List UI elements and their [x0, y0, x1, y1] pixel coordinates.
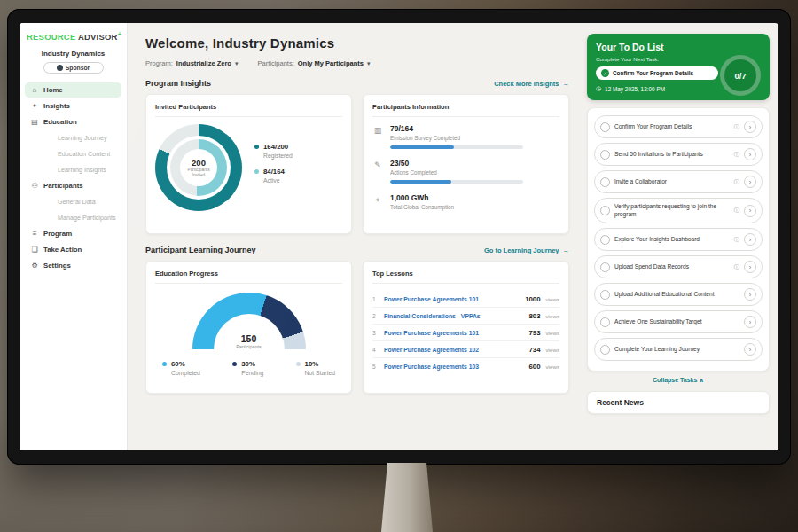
program-insights-title: Program Insights	[145, 79, 211, 88]
legend-label: Not Started	[305, 370, 335, 376]
progress-bar-fill	[390, 145, 454, 149]
sidebar-item[interactable]: General Data	[25, 194, 121, 209]
check-more-insights-link[interactable]: Check More Insights →	[494, 80, 569, 88]
nav-item-icon: ⌂	[30, 86, 39, 94]
info-icon: ⓘ	[734, 178, 740, 186]
task-checkbox[interactable]	[600, 177, 610, 187]
task-row[interactable]: Upload Additional Educational Content ⓘ …	[594, 283, 763, 306]
task-checkbox[interactable]	[600, 206, 610, 215]
task-label: Send 50 Invitations to Participants	[614, 151, 730, 159]
task-row[interactable]: Upload Spend Data Records ⓘ ›	[594, 255, 763, 278]
task-row[interactable]: Send 50 Invitations to Participants ⓘ ›	[594, 143, 763, 166]
lesson-rank: 3	[372, 330, 379, 336]
chevron-right-icon[interactable]: ›	[744, 343, 756, 356]
sidebar-item[interactable]: Education Content	[25, 146, 121, 161]
org-name: Industry Dynamics	[25, 50, 121, 58]
sidebar-item-label: Program	[43, 230, 72, 238]
go-to-learning-journey-link[interactable]: Go to Learning Journey →	[484, 246, 569, 254]
sidebar-item[interactable]: Learning Insights	[25, 162, 121, 177]
sidebar-item[interactable]: ✦ Insights	[25, 98, 121, 113]
lesson-link[interactable]: Financial Considerations - VPPAs	[384, 313, 524, 319]
info-icon: ⓘ	[734, 151, 740, 159]
task-checkbox[interactable]	[600, 235, 610, 245]
participants-information-rows: ▥ 79/164 Emission Survey Completed ✎	[372, 124, 559, 210]
sidebar-item[interactable]: Learning Journey	[25, 130, 121, 145]
sidebar-item[interactable]: ▤ Education	[25, 114, 121, 129]
sidebar-item[interactable]: ⚙ Settings	[25, 258, 121, 273]
lesson-link[interactable]: Power Purchase Agreements 101	[384, 330, 524, 336]
top-lessons-title: Top Lessons	[372, 270, 559, 284]
lesson-views-word: views	[546, 330, 559, 336]
task-checkbox[interactable]	[600, 317, 610, 327]
sidebar-nav: ⌂ Home ✦ Insights ▤ Education	[25, 82, 121, 273]
info-row-body: 1,000 GWh Total Global Consumption	[390, 193, 454, 210]
lesson-link[interactable]: Power Purchase Agreements 101	[384, 296, 520, 302]
task-row[interactable]: Explore Your Insights Dashboard ⓘ ›	[594, 228, 763, 251]
task-row[interactable]: Verify participants requesting to join t…	[594, 198, 763, 223]
task-checkbox[interactable]	[600, 122, 610, 132]
lesson-row: 4 Power Purchase Agreements 102 734 view…	[372, 341, 559, 358]
lesson-link[interactable]: Power Purchase Agreements 103	[384, 364, 524, 370]
task-row[interactable]: Achieve One Sustainability Target ⓘ ›	[594, 310, 763, 333]
chevron-right-icon[interactable]: ›	[744, 261, 756, 273]
donut-center-value: 200	[192, 158, 206, 168]
chevron-right-icon[interactable]: ›	[744, 121, 756, 133]
lesson-views-word: views	[546, 364, 559, 370]
sidebar-item[interactable]: ⚇ Participants	[25, 178, 121, 193]
participants-information-card: Participants Information ▥ 79/164 Emissi…	[363, 94, 569, 234]
logo-plus: +	[118, 31, 121, 37]
recent-news-header[interactable]: Recent News	[587, 391, 770, 414]
participants-select[interactable]: Participants: Only My Participants ▾	[257, 59, 370, 67]
sidebar-item-label: General Data	[58, 198, 96, 206]
logo-secondary: ADVISOR	[78, 32, 118, 42]
task-list: Confirm Your Program Details ⓘ › Send 50…	[587, 107, 770, 372]
check-more-insights-label: Check More Insights	[494, 80, 559, 88]
chevron-right-icon[interactable]: ›	[744, 233, 756, 246]
lesson-rank: 1	[372, 296, 379, 302]
sidebar-item[interactable]: ⌂ Home	[25, 82, 121, 98]
info-row-icon: ✎	[372, 159, 383, 184]
info-icon: ⓘ	[734, 123, 740, 131]
lesson-row: 3 Power Purchase Agreements 101 793 view…	[372, 325, 559, 341]
info-row-body: 79/164 Emission Survey Completed	[390, 124, 523, 149]
legend-label: Completed	[171, 370, 200, 376]
info-row: ⌖ 1,000 GWh Total Global Consumption	[372, 193, 559, 210]
gauge-center: 150 Participants	[192, 333, 306, 349]
legend-dot-icon	[296, 362, 301, 366]
program-insights-header: Program Insights Check More Insights →	[145, 79, 569, 88]
lesson-link[interactable]: Power Purchase Agreements 102	[384, 347, 524, 353]
task-checkbox[interactable]	[600, 290, 610, 300]
sidebar-item-label: Take Action	[43, 246, 82, 254]
info-row-label: Total Global Consumption	[390, 204, 454, 210]
task-row[interactable]: Confirm Your Program Details ⓘ ›	[594, 115, 763, 138]
chevron-right-icon[interactable]: ›	[744, 316, 756, 328]
task-checkbox[interactable]	[600, 345, 610, 355]
program-select[interactable]: Program: Industrialize Zero ▾	[145, 59, 238, 67]
filters-row: Program: Industrialize Zero ▾ Participan…	[145, 59, 569, 67]
chevron-right-icon[interactable]: ›	[744, 288, 756, 301]
chevron-right-icon[interactable]: ›	[744, 148, 756, 160]
sidebar-item[interactable]: ≡ Program	[25, 226, 121, 241]
invited-participants-chart: 200 Participants Invited 164/200 Registe…	[155, 124, 342, 211]
chevron-right-icon[interactable]: ›	[744, 176, 756, 188]
monitor-stand	[381, 463, 433, 532]
task-row[interactable]: Invite a Collaborator ⓘ ›	[594, 170, 763, 193]
main-content: Welcome, Industry Dynamics Program: Indu…	[128, 23, 583, 450]
task-checkbox[interactable]	[600, 150, 610, 160]
next-task-pill[interactable]: ✓ Confirm Your Program Details	[596, 66, 718, 80]
info-row-icon: ▥	[372, 124, 383, 149]
legend-item: 164/200 Registered	[254, 143, 293, 159]
collapse-tasks-link[interactable]: Collapse Tasks ∧	[587, 377, 770, 384]
legend-dot-icon	[254, 169, 259, 174]
nav-item-icon: ⚇	[30, 182, 39, 190]
task-checkbox[interactable]	[600, 262, 610, 272]
participants-information-title: Participants Information	[372, 103, 559, 117]
arrow-right-icon: →	[563, 80, 570, 88]
chevron-right-icon[interactable]: ›	[744, 205, 756, 217]
task-row[interactable]: Complete Your Learning Journey ⓘ ›	[594, 338, 763, 361]
education-progress-title: Education Progress	[155, 270, 342, 284]
task-label: Upload Additional Educational Content	[614, 291, 730, 299]
sidebar-item[interactable]: ❏ Take Action	[25, 242, 121, 257]
sidebar-item[interactable]: Manage Participants	[25, 210, 121, 225]
sidebar-item-label: Manage Participants	[58, 214, 116, 222]
